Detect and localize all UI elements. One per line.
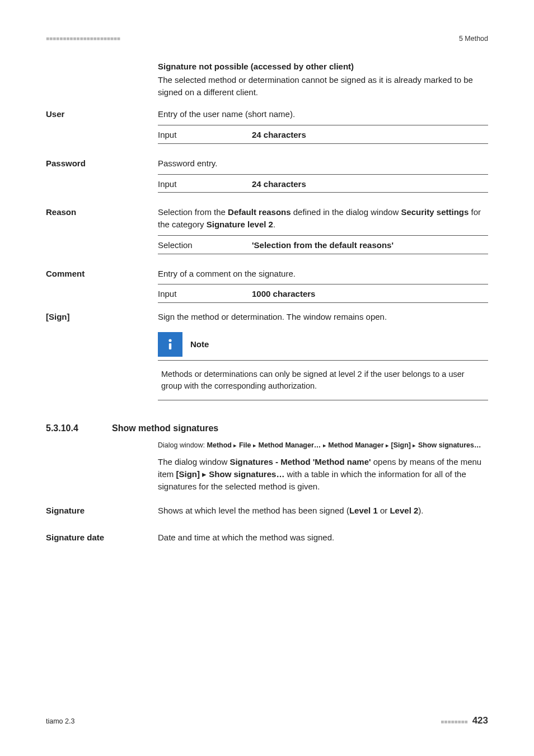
reason-row: Reason Selection from the Default reason… bbox=[46, 206, 488, 257]
user-label: User bbox=[46, 108, 158, 147]
show-desc-b1: Signatures - Method 'Method name' bbox=[229, 457, 371, 466]
rule bbox=[158, 174, 488, 175]
signature-date-content: Date and time at which the method was si… bbox=[158, 531, 488, 548]
signature-desc: Shows at which level the method has been… bbox=[158, 505, 488, 517]
sign-label: [Sign] bbox=[46, 311, 158, 408]
section-number: 5.3.10.4 bbox=[46, 422, 96, 435]
section-body: Dialog window: Method ▸ File ▸ Method Ma… bbox=[158, 440, 488, 492]
footer-left: tiamo 2.3 bbox=[46, 716, 74, 726]
rule bbox=[158, 254, 488, 254]
sig-desc-mid: or bbox=[378, 506, 390, 515]
page-header: ■■■■■■■■■■■■■■■■■■■■■■ 5 Method bbox=[46, 34, 488, 44]
page-number: 423 bbox=[472, 714, 488, 728]
reason-sel-key: Selection bbox=[158, 239, 252, 251]
signature-row: Signature Shows at which level the metho… bbox=[46, 505, 488, 521]
section-title: Show method signatures bbox=[112, 422, 218, 435]
sign-content: Sign the method or determination. The wi… bbox=[158, 311, 488, 408]
reason-sel-val: 'Selection from the default reasons' bbox=[252, 239, 488, 251]
footer-dashes: ■■■■■■■■ bbox=[441, 718, 467, 726]
rule bbox=[158, 284, 488, 284]
password-input-row: Input 24 characters bbox=[158, 178, 488, 190]
page-footer: tiamo 2.3 ■■■■■■■■ 423 bbox=[46, 714, 488, 728]
signature-content: Shows at which level the method has been… bbox=[158, 505, 488, 521]
arrow-icon: ▸ bbox=[386, 442, 389, 449]
page-container: ■■■■■■■■■■■■■■■■■■■■■■ 5 Method Signatur… bbox=[0, 0, 534, 756]
svg-rect-1 bbox=[169, 343, 171, 349]
rule bbox=[158, 192, 488, 193]
arrow-icon: ▸ bbox=[323, 442, 326, 449]
show-desc-pre: The dialog window bbox=[158, 457, 229, 466]
sig-desc-b1: Level 1 bbox=[349, 506, 378, 515]
comment-input-key: Input bbox=[158, 288, 252, 300]
reason-label: Reason bbox=[46, 206, 158, 257]
show-desc-b2: [Sign] bbox=[176, 469, 200, 479]
signature-not-possible-block: Signature not possible (accessed by othe… bbox=[158, 60, 488, 98]
reason-desc-b1: Default reasons bbox=[228, 207, 291, 217]
comment-input-row: Input 1000 characters bbox=[158, 288, 488, 300]
user-input-val: 24 characters bbox=[252, 129, 488, 141]
signature-date-row: Signature date Date and time at which th… bbox=[46, 531, 488, 548]
signature-date-label: Signature date bbox=[46, 531, 158, 548]
reason-sel-row: Selection 'Selection from the default re… bbox=[158, 239, 488, 251]
info-icon-svg bbox=[163, 338, 177, 351]
rule bbox=[158, 302, 488, 303]
header-dashes: ■■■■■■■■■■■■■■■■■■■■■■ bbox=[46, 35, 120, 43]
dialog-path: Dialog window: Method ▸ File ▸ Method Ma… bbox=[158, 440, 488, 450]
show-desc-arrow: ▸ bbox=[200, 469, 209, 479]
password-input-key: Input bbox=[158, 178, 252, 190]
password-input-val: 24 characters bbox=[252, 178, 488, 190]
section-heading-row: 5.3.10.4 Show method signatures bbox=[46, 422, 488, 435]
user-content: Entry of the user name (short name). Inp… bbox=[158, 108, 488, 147]
password-label: Password bbox=[46, 157, 158, 197]
user-input-row: Input 24 characters bbox=[158, 129, 488, 141]
reason-desc: Selection from the Default reasons defin… bbox=[158, 206, 488, 231]
path-b5: [Sign] bbox=[391, 441, 411, 449]
sig-desc-end: ). bbox=[418, 506, 423, 515]
signature-date-desc: Date and time at which the method was si… bbox=[158, 531, 488, 544]
reason-desc-pre: Selection from the bbox=[158, 207, 228, 217]
rule bbox=[158, 143, 488, 144]
comment-desc: Entry of a comment on the signature. bbox=[158, 268, 488, 280]
path-pre: Dialog window: bbox=[158, 441, 207, 449]
footer-right: ■■■■■■■■ 423 bbox=[441, 714, 488, 728]
sig-not-possible-title: Signature not possible (accessed by othe… bbox=[158, 60, 488, 73]
rule bbox=[158, 235, 488, 236]
section-desc: The dialog window Signatures - Method 'M… bbox=[158, 456, 488, 492]
user-input-key: Input bbox=[158, 129, 252, 141]
path-b1: Method bbox=[207, 441, 232, 449]
note-box: Note Methods or determinations can only … bbox=[158, 332, 488, 400]
password-content: Password entry. Input 24 characters bbox=[158, 157, 488, 197]
password-desc: Password entry. bbox=[158, 157, 488, 170]
sign-row: [Sign] Sign the method or determination.… bbox=[46, 311, 488, 408]
note-header: Note bbox=[158, 332, 488, 361]
note-footer-rule bbox=[158, 400, 488, 400]
reason-desc-b2: Security settings bbox=[401, 207, 469, 217]
chapter-label: 5 Method bbox=[459, 34, 488, 44]
sig-not-possible-body: The selected method or determination can… bbox=[158, 74, 488, 99]
arrow-icon: ▸ bbox=[413, 442, 416, 449]
note-body: Methods or determinations can only be si… bbox=[158, 361, 488, 395]
arrow-icon: ▸ bbox=[233, 442, 237, 449]
path-b6: Show signatures… bbox=[418, 441, 481, 449]
show-desc-b3: Show signatures… bbox=[209, 469, 284, 479]
arrow-icon: ▸ bbox=[253, 442, 256, 449]
sig-desc-b2: Level 2 bbox=[390, 506, 418, 515]
password-row: Password Password entry. Input 24 charac… bbox=[46, 157, 488, 197]
comment-content: Entry of a comment on the signature. Inp… bbox=[158, 268, 488, 307]
path-b3: Method Manager… bbox=[258, 441, 321, 449]
reason-desc-end: . bbox=[273, 220, 275, 229]
comment-input-val: 1000 characters bbox=[252, 288, 488, 300]
user-row: User Entry of the user name (short name)… bbox=[46, 108, 488, 147]
svg-point-0 bbox=[168, 339, 171, 342]
reason-desc-m1: defined in the dialog window bbox=[291, 207, 401, 217]
note-title: Note bbox=[190, 338, 209, 351]
sign-desc: Sign the method or determination. The wi… bbox=[158, 311, 488, 323]
comment-label: Comment bbox=[46, 268, 158, 307]
info-icon bbox=[158, 332, 182, 357]
user-desc: Entry of the user name (short name). bbox=[158, 108, 488, 120]
rule bbox=[158, 125, 488, 125]
comment-row: Comment Entry of a comment on the signat… bbox=[46, 268, 488, 307]
reason-desc-b3: Signature level 2 bbox=[207, 220, 273, 229]
signature-label: Signature bbox=[46, 505, 158, 521]
reason-content: Selection from the Default reasons defin… bbox=[158, 206, 488, 257]
